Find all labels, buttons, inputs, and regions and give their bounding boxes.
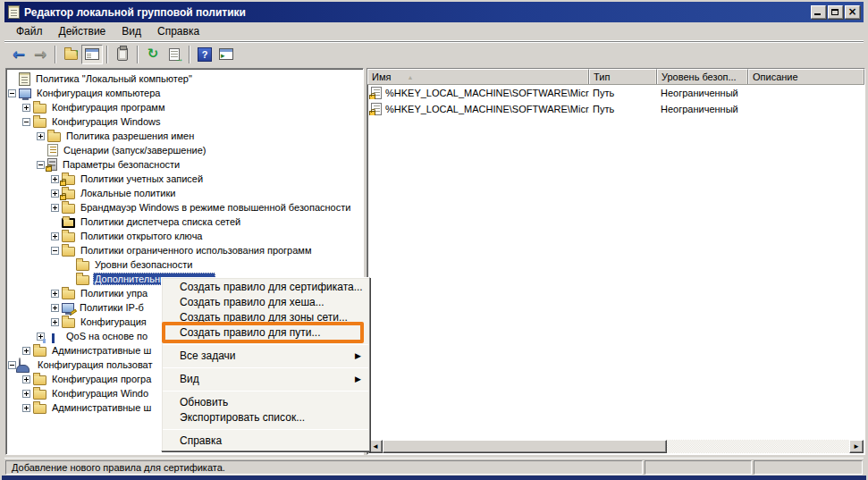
toolbar-button-export-list[interactable]	[164, 45, 185, 64]
folder-icon	[76, 261, 89, 271]
maximize-button[interactable]	[828, 5, 843, 19]
column-header-Тип[interactable]: Тип	[589, 69, 657, 84]
tree-item[interactable]: Конфигурация Windows	[6, 114, 363, 129]
context-menu-item[interactable]: Экспортировать список...	[162, 410, 369, 425]
cell-0: %HKEY_LOCAL_MACHINE\SOFTWARE\Micr...	[367, 87, 589, 99]
horizontal-scrollbar[interactable]: ◄ ►	[368, 440, 864, 453]
submenu-arrow-icon: ▶	[355, 372, 361, 387]
tree-item[interactable]: Сценарии (запуск/завершение)	[6, 143, 363, 157]
toolbar-button-help[interactable]: ?	[194, 45, 215, 64]
close-button[interactable]: ×	[845, 5, 860, 19]
folder-lock-icon	[62, 175, 75, 185]
tree-item[interactable]: Политика разрешения имен	[6, 129, 363, 143]
menu-item-label: Обновить	[180, 396, 228, 408]
lock-icon	[60, 195, 66, 200]
toolbar-button-forward-arrow[interactable]: →	[29, 45, 51, 64]
tree-item[interactable]: Политики открытого ключа	[6, 229, 363, 243]
tree-item-label: Политики диспетчера списка сетей	[79, 215, 242, 228]
title-bar: Редактор локальной групповой политики ×	[4, 2, 864, 22]
table-row[interactable]: %HKEY_LOCAL_MACHINE\SOFTWARE\Micr...Путь…	[367, 85, 864, 101]
menu-separator	[163, 367, 368, 368]
menubar-item-действие[interactable]: Действие	[51, 23, 114, 39]
column-header-Уровеньбезоп[interactable]: Уровень безоп...	[657, 69, 748, 84]
collapse-toggle[interactable]	[51, 247, 59, 255]
folder-icon	[62, 318, 75, 328]
tree-item[interactable]: Брандмауэр Windows в режиме повышенной б…	[6, 200, 363, 215]
expand-toggle[interactable]	[51, 304, 59, 312]
tree-item[interactable]: Конфигурация компьютера	[6, 86, 363, 100]
collapse-toggle[interactable]	[22, 118, 30, 126]
tree-item[interactable]: Конфигурация программ	[6, 100, 363, 114]
expand-toggle[interactable]	[22, 390, 30, 398]
toolbar-button-back-arrow[interactable]: ←	[8, 45, 29, 64]
tree-item[interactable]: Политики учетных записей	[6, 172, 363, 186]
column-header-Описание[interactable]: Описание	[748, 69, 864, 84]
menubar-item-вид[interactable]: Вид	[114, 23, 149, 39]
table-row[interactable]: %HKEY_LOCAL_MACHINE\SOFTWARE\Micr...Путь…	[367, 101, 864, 117]
qos-chart-icon	[47, 330, 61, 343]
context-menu-item[interactable]: Создать правило для пути...	[162, 325, 369, 341]
expand-toggle[interactable]	[51, 204, 59, 212]
toolbar-button-up-one-level[interactable]: ↑	[60, 45, 81, 64]
tree-item[interactable]: Уровни безопасности	[6, 257, 363, 272]
context-menu-item[interactable]: Все задачи▶	[162, 349, 369, 364]
menu-separator	[163, 344, 368, 345]
context-menu-item[interactable]: Создать правило для зоны сети...	[162, 310, 369, 325]
collapse-toggle[interactable]	[8, 89, 16, 97]
tree-item-label: Конфигурация	[79, 316, 148, 328]
user-head-icon	[19, 358, 21, 370]
minimize-button[interactable]	[811, 5, 826, 19]
expand-toggle[interactable]	[22, 404, 30, 412]
menubar-item-справка[interactable]: Справка	[149, 23, 207, 39]
menu-separator	[163, 391, 368, 392]
context-menu-item[interactable]: Вид▶	[162, 372, 369, 387]
clipboard-icon	[117, 47, 128, 61]
expand-toggle[interactable]	[22, 104, 30, 112]
computer-icon	[19, 88, 31, 98]
menu-item-label: Создать правило для сертификата...	[180, 281, 363, 293]
tree-item-label: Конфигурация програ	[50, 373, 153, 385]
expand-toggle[interactable]	[51, 318, 59, 326]
toolbar-button-console-window[interactable]	[215, 45, 237, 64]
tree-item[interactable]: Политики диспетчера списка сетей	[6, 215, 363, 229]
context-menu-item[interactable]: Обновить	[162, 395, 369, 410]
list-rows: %HKEY_LOCAL_MACHINE\SOFTWARE\Micr...Путь…	[367, 85, 864, 117]
tree-item[interactable]: Политика "Локальный компьютер"	[6, 72, 363, 86]
collapse-toggle[interactable]	[37, 161, 45, 169]
tree-item[interactable]: Локальные политики	[6, 186, 363, 200]
menubar-item-файл[interactable]: Файл	[8, 23, 51, 39]
context-menu-item[interactable]: Создать правило для хеша...	[162, 295, 369, 310]
collapse-toggle[interactable]	[8, 361, 16, 369]
tree-item-label: Административные ш	[50, 401, 153, 414]
list-header: Имя▲ТипУровень безоп...Описание	[367, 69, 864, 85]
minimize-icon	[814, 13, 821, 15]
up-arrow-glyph: ↑	[74, 46, 80, 57]
context-menu-item[interactable]: Создать правило для сертификата...	[162, 280, 369, 295]
toolbar-button-clipboard[interactable]	[112, 45, 133, 64]
expand-toggle[interactable]	[51, 290, 59, 298]
tree-item[interactable]: Политики ограниченного использования про…	[6, 243, 363, 257]
cell-0: %HKEY_LOCAL_MACHINE\SOFTWARE\Micr...	[367, 103, 589, 115]
toolbar-button-show-console-tree[interactable]	[81, 45, 103, 64]
help-icon: ?	[198, 47, 212, 62]
expand-toggle[interactable]	[22, 375, 30, 383]
expand-toggle[interactable]	[51, 189, 59, 198]
expand-toggle[interactable]	[37, 132, 45, 140]
menu-item-label: Экспортировать список...	[180, 411, 305, 424]
toolbar-button-refresh[interactable]: ↻	[142, 45, 164, 64]
toolbar-separator	[55, 46, 56, 63]
expand-toggle[interactable]	[51, 175, 59, 183]
cell-text: %HKEY_LOCAL_MACHINE\SOFTWARE\Micr...	[385, 88, 589, 98]
scroll-left-button[interactable]: ◄	[368, 440, 383, 453]
column-header-Имя[interactable]: Имя▲	[367, 69, 589, 84]
context-menu-item[interactable]: Справка	[162, 434, 369, 449]
cell-1: Путь	[589, 88, 657, 98]
scroll-right-button[interactable]: ►	[849, 440, 864, 453]
results-panel: Имя▲ТипУровень безоп...Описание %HKEY_LO…	[367, 68, 865, 455]
lock-icon	[369, 95, 375, 99]
scroll-track[interactable]	[667, 440, 849, 453]
scroll-thumb[interactable]	[383, 440, 667, 453]
tree-item[interactable]: Параметры безопасности	[6, 157, 363, 172]
expand-toggle[interactable]	[51, 232, 59, 240]
expand-toggle[interactable]	[22, 347, 30, 355]
